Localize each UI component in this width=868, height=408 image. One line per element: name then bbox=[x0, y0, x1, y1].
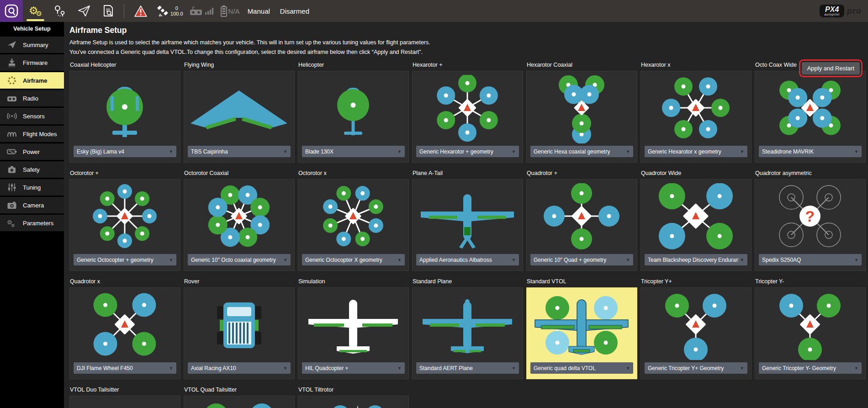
airframe-select-octo-coax[interactable]: Generic 10" Octo coaxial geometry ▼ bbox=[188, 254, 291, 265]
airframe-card-std-plane[interactable]: Standard AERT Plane ▼ bbox=[412, 287, 523, 379]
airframe-select-coax-heli[interactable]: Esky (Big) Lama v4 ▼ bbox=[74, 146, 176, 157]
firmware-icon bbox=[6, 58, 18, 67]
chevron-down-icon: ▼ bbox=[169, 258, 173, 262]
battery-indicator[interactable]: N/A bbox=[217, 0, 243, 22]
airframe-cell-hex-plus: Hexarotor + Generic Hexarotor + geometry… bbox=[412, 62, 523, 163]
sidebar-item-label: Radio bbox=[23, 95, 38, 102]
airframe-card-quad-plus[interactable]: Generic 10" Quad + geometry ▼ bbox=[526, 179, 637, 271]
sidebar-item-safety[interactable]: Safety bbox=[0, 161, 64, 178]
parameters-icon: ⚙⚙ bbox=[6, 218, 18, 228]
airframe-card-flying-wing[interactable]: TBS Caipirinha ▼ bbox=[184, 71, 295, 163]
flight-mode-indicator[interactable]: Manual bbox=[248, 7, 270, 15]
airframe-card-rover[interactable]: Axial Racing AX10 ▼ bbox=[184, 287, 295, 379]
airframe-select-hex-plus[interactable]: Generic Hexarotor + geometry ▼ bbox=[416, 146, 519, 157]
airframe-card-heli[interactable]: Blade 130X ▼ bbox=[298, 71, 409, 163]
airframe-select-value: Generic quad delta VTOL bbox=[534, 365, 624, 371]
camera-icon bbox=[6, 201, 18, 210]
warning-triangle-icon bbox=[134, 5, 148, 17]
sidebar-item-power[interactable]: Power bbox=[0, 143, 64, 160]
chevron-down-icon: ▼ bbox=[283, 258, 287, 262]
airframe-card-octo-x[interactable]: Generic Octocopter X geometry ▼ bbox=[298, 179, 409, 271]
airframe-select-quad-plus[interactable]: Generic 10" Quad + geometry ▼ bbox=[530, 254, 633, 265]
gps-indicator[interactable]: 0 100.0 bbox=[153, 0, 186, 22]
page-title: Airframe Setup bbox=[69, 26, 866, 35]
analyze-tab[interactable] bbox=[96, 0, 120, 22]
airframe-select-plane-atail[interactable]: Applied Aeronautics Albatross ▼ bbox=[416, 254, 519, 265]
airframe-select-quad-wide[interactable]: Team Blacksheep Discovery Enduranc ▼ bbox=[645, 254, 747, 265]
sidebar-item-flight-modes[interactable]: Flight Modes bbox=[0, 126, 64, 142]
airframe-select-std-plane[interactable]: Standard AERT Plane ▼ bbox=[416, 362, 519, 374]
sidebar-item-firmware[interactable]: Firmware bbox=[0, 54, 64, 71]
airframe-group-title: Helicopter bbox=[298, 62, 409, 69]
airframe-select-octo-coax-wide[interactable]: Steadidrone MAVRIK ▼ bbox=[759, 146, 862, 157]
sidebar-item-parameters[interactable]: ⚙⚙Parameters bbox=[0, 215, 64, 231]
plan-tab[interactable] bbox=[48, 0, 72, 22]
airframe-cell-quad-plus: Quadrotor + Generic 10" Quad + geometry … bbox=[526, 170, 637, 271]
airframe-select-heli[interactable]: Blade 130X ▼ bbox=[302, 146, 405, 157]
airframe-card-vtol-duo[interactable]: ▼ bbox=[69, 396, 180, 408]
tri-yplus-illustration bbox=[645, 291, 747, 360]
airframe-select-std-vtol[interactable]: Generic quad delta VTOL ▼ bbox=[530, 362, 633, 374]
airframe-card-coax-heli[interactable]: Esky (Big) Lama v4 ▼ bbox=[69, 71, 180, 163]
airframe-card-quad-asym[interactable]: ? Spedix S250AQ ▼ bbox=[755, 179, 866, 271]
airframe-cell-vtol-duo: VTOL Duo Tailsitter ▼ bbox=[69, 387, 180, 408]
sidebar-item-tuning[interactable]: Tuning bbox=[0, 179, 64, 196]
airframe-select-value: DJI Flame Wheel F450 bbox=[77, 365, 167, 371]
airframe-select-quad-asym[interactable]: Spedix S250AQ ▼ bbox=[759, 254, 862, 265]
sidebar-item-summary[interactable]: Summary bbox=[0, 37, 64, 53]
fly-tab[interactable] bbox=[72, 0, 96, 22]
airframe-select-quad-x[interactable]: DJI Flame Wheel F450 ▼ bbox=[74, 362, 176, 374]
airframe-card-octo-plus[interactable]: Generic Octocopter + geometry ▼ bbox=[69, 179, 180, 271]
airframe-card-std-vtol[interactable]: Generic quad delta VTOL ▼ bbox=[526, 287, 637, 379]
sidebar-item-airframe[interactable]: Airframe bbox=[0, 72, 64, 89]
airframe-cell-octo-x: Octorotor x Generic Octocopter X geometr… bbox=[298, 170, 409, 271]
flying-wing-illustration bbox=[188, 75, 291, 143]
qgroundcontrol-logo-icon[interactable] bbox=[0, 0, 23, 22]
airframe-select-octo-plus[interactable]: Generic Octocopter + geometry ▼ bbox=[74, 254, 176, 265]
armed-status-indicator[interactable]: Disarmed bbox=[280, 7, 309, 15]
airframe-card-quad-x[interactable]: DJI Flame Wheel F450 ▼ bbox=[69, 287, 180, 379]
vehicle-setup-tab[interactable]: ⚙⚙ bbox=[23, 0, 48, 22]
airframe-card-hex-coax[interactable]: Generic Hexa coaxial geometry ▼ bbox=[526, 71, 637, 163]
airframe-select-tri-yplus[interactable]: Generic Tricopter Y+ Geometry ▼ bbox=[645, 362, 747, 374]
airframe-select-hex-x[interactable]: Generic Hexarotor x geometry ▼ bbox=[645, 146, 747, 157]
airframe-select-hex-coax[interactable]: Generic Hexa coaxial geometry ▼ bbox=[530, 146, 633, 157]
px4-brand: PX4autopilot pro bbox=[820, 5, 862, 18]
sidebar-item-camera[interactable]: Camera bbox=[0, 197, 64, 213]
airframe-select-value: Generic 10" Quad + geometry bbox=[534, 257, 624, 263]
airframe-card-hex-x[interactable]: Generic Hexarotor x geometry ▼ bbox=[640, 71, 752, 163]
airframe-cell-std-plane: Standard Plane Standard AERT Plane ▼ bbox=[412, 278, 523, 379]
sidebar-item-label: Firmware bbox=[23, 59, 48, 66]
airframe-card-vtol-tilt[interactable]: ▼ bbox=[298, 396, 409, 408]
sidebar-item-sensors[interactable]: Sensors bbox=[0, 108, 64, 124]
power-icon bbox=[6, 147, 18, 156]
airframe-card-sim[interactable]: HIL Quadcopter + ▼ bbox=[298, 287, 409, 379]
airframe-select-flying-wing[interactable]: TBS Caipirinha ▼ bbox=[188, 146, 291, 157]
airframe-card-tri-yplus[interactable]: Generic Tricopter Y+ Geometry ▼ bbox=[640, 287, 752, 379]
airframe-card-hex-plus[interactable]: Generic Hexarotor + geometry ▼ bbox=[412, 71, 523, 163]
airframe-group-title: Simulation bbox=[298, 278, 409, 285]
airframe-select-rover[interactable]: Axial Racing AX10 ▼ bbox=[188, 362, 291, 374]
rc-rssi-indicator[interactable] bbox=[186, 0, 217, 22]
airframe-card-vtol-quad[interactable]: ▼ bbox=[184, 396, 295, 408]
airframe-card-quad-wide[interactable]: Team Blacksheep Discovery Enduranc ▼ bbox=[640, 179, 752, 271]
coax-heli-illustration bbox=[74, 75, 176, 143]
sidebar-title: Vehicle Setup bbox=[0, 26, 64, 32]
sidebar-item-radio[interactable]: Radio bbox=[0, 90, 64, 106]
airframe-cell-quad-x: Quadrotor x DJI Flame Wheel F450 ▼ bbox=[69, 278, 180, 379]
vehicle-messages-indicator[interactable] bbox=[128, 0, 153, 22]
airframe-select-value: Spedix S250AQ bbox=[762, 257, 852, 263]
sidebar-item-label: Flight Modes bbox=[23, 131, 57, 138]
airframe-card-tri-yminus[interactable]: Generic Tricopter Y- Geometry ▼ bbox=[755, 287, 866, 379]
gps-hdop: 100.0 bbox=[170, 11, 183, 16]
airframe-card-octo-coax-wide[interactable]: Steadidrone MAVRIK ▼ bbox=[755, 71, 866, 163]
airframe-select-tri-yminus[interactable]: Generic Tricopter Y- Geometry ▼ bbox=[759, 362, 862, 374]
airframe-card-octo-coax[interactable]: Generic 10" Octo coaxial geometry ▼ bbox=[184, 179, 295, 271]
airframe-select-sim[interactable]: HIL Quadcopter + ▼ bbox=[302, 362, 405, 374]
sidebar-item-label: Sensors bbox=[23, 113, 45, 120]
airframe-select-octo-x[interactable]: Generic Octocopter X geometry ▼ bbox=[302, 254, 405, 265]
airframe-group-title: Flying Wing bbox=[184, 62, 295, 69]
airframe-card-plane-atail[interactable]: Applied Aeronautics Albatross ▼ bbox=[412, 179, 523, 271]
apply-and-restart-button[interactable]: Apply and Restart bbox=[802, 62, 860, 74]
airframe-cell-heli: Helicopter Blade 130X ▼ bbox=[298, 62, 409, 163]
